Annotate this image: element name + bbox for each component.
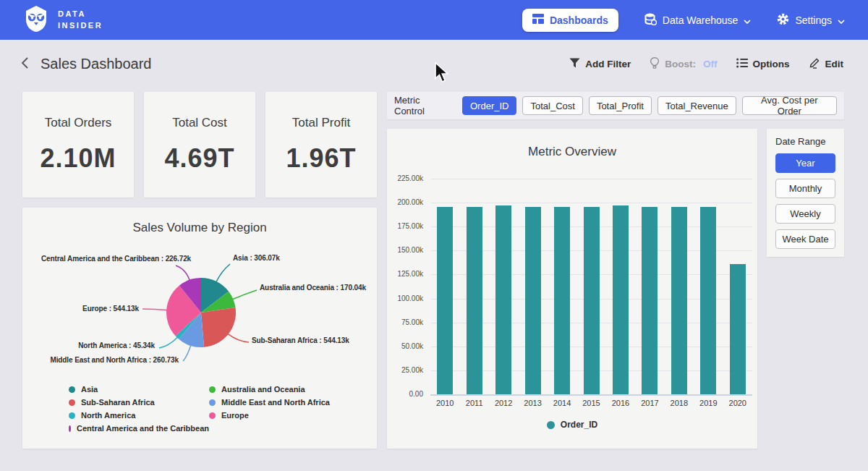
- nav-settings-label: Settings: [795, 14, 832, 26]
- x-tick-label: 2012: [489, 399, 518, 407]
- metric-chip-total-profit[interactable]: Total_Profit: [589, 96, 652, 115]
- back-button[interactable]: [20, 56, 29, 72]
- date-range-buttons: YearMonthlyWeeklyWeek Date: [775, 153, 835, 249]
- bar-2014[interactable]: [554, 207, 570, 394]
- header-actions: Add Filter Boost: Off: [569, 57, 843, 71]
- metric-chips: Order_IDTotal_CostTotal_ProfitTotal_Reve…: [462, 96, 837, 115]
- bar-2018[interactable]: [671, 207, 687, 394]
- metric-chip-avg-cost-per-order[interactable]: Avg. Cost per Order: [742, 96, 837, 115]
- legend-label: Asia: [81, 385, 98, 394]
- add-filter-button[interactable]: Add Filter: [569, 58, 631, 70]
- date-range-monthly[interactable]: Monthly: [775, 179, 835, 198]
- legend-label: Order_ID: [561, 420, 597, 430]
- kpi-card-total-profit: Total Profit1.96T: [265, 92, 377, 198]
- pie-leader-line: [159, 337, 178, 348]
- metric-chip-total-revenue[interactable]: Total_Revenue: [658, 96, 736, 115]
- x-tick-label: 2020: [723, 399, 752, 407]
- options-label: Options: [753, 59, 790, 69]
- pie-leader-line: [232, 290, 257, 300]
- legend-label: Sub-Saharan Africa: [81, 398, 155, 407]
- bar-2017[interactable]: [642, 207, 658, 394]
- legend-dot: [69, 386, 75, 393]
- x-tick-label: 2013: [519, 399, 548, 407]
- boost-toggle[interactable]: Boost: Off: [650, 57, 717, 71]
- bar-chart-legend: Order_ID: [387, 420, 757, 430]
- dashboard-header: Sales Dashboard Add Filter Boost: Off: [0, 40, 868, 88]
- logo[interactable]: DATA INSIDER: [22, 5, 103, 35]
- sales-volume-panel: Sales Volume by Region AsiaAustralia and…: [22, 208, 377, 449]
- nav-data-warehouse-button[interactable]: Data Warehouse: [644, 13, 752, 27]
- nav-data-warehouse-label: Data Warehouse: [663, 14, 739, 26]
- legend-dot: [69, 399, 75, 406]
- y-tick-label: 125.00k: [387, 270, 423, 278]
- y-tick-label: 100.00k: [387, 294, 423, 302]
- bar-2020[interactable]: [730, 264, 746, 394]
- legend-item-middle-east-and-north-africa[interactable]: Middle East and North Africa: [209, 398, 330, 407]
- pie-leader-line: [216, 264, 230, 282]
- pie-label-central-america-and-the-caribbean: Central America and the Caribbean : 226.…: [41, 255, 191, 263]
- bar-2015[interactable]: [584, 207, 600, 394]
- bar-2013[interactable]: [525, 207, 541, 394]
- date-range-weekly[interactable]: Weekly: [775, 204, 835, 224]
- legend-label: Europe: [221, 411, 249, 420]
- boost-value: Off: [703, 59, 718, 69]
- legend-item-north-america[interactable]: North America: [69, 411, 209, 420]
- bar-2011[interactable]: [467, 207, 482, 394]
- nav-settings-button[interactable]: Settings: [777, 13, 845, 27]
- metric-chip-order-id[interactable]: Order_ID: [462, 96, 516, 115]
- legend-label: Central America and the Caribbean: [77, 424, 209, 433]
- bar-2010[interactable]: [437, 207, 453, 394]
- page-title: Sales Dashboard: [41, 56, 151, 72]
- nav-dashboards-label: Dashboards: [550, 14, 608, 26]
- logo-text-line2: INSIDER: [58, 20, 103, 32]
- edit-button[interactable]: Edit: [809, 57, 844, 71]
- x-axis-line: [430, 394, 752, 396]
- pie-label-australia-and-oceania: Australia and Oceania : 170.04k: [260, 284, 366, 292]
- add-filter-label: Add Filter: [585, 59, 631, 69]
- x-tick-label: 2017: [635, 399, 664, 407]
- pie-leader-line: [183, 345, 191, 361]
- options-button[interactable]: Options: [736, 58, 790, 70]
- x-tick-label: 2015: [577, 399, 606, 407]
- pie-label-middle-east-and-north-africa: Middle East and North Africa : 260.73k: [50, 356, 179, 364]
- kpi-value: 4.69T: [164, 143, 234, 174]
- bar-2016[interactable]: [613, 205, 629, 394]
- x-tick-label: 2016: [606, 399, 635, 407]
- metric-chip-total-cost[interactable]: Total_Cost: [522, 96, 582, 115]
- pie-chart-legend: AsiaAustralia and OceaniaSub-Saharan Afr…: [69, 385, 330, 433]
- bar-2019[interactable]: [700, 207, 716, 394]
- x-tick-label: 2010: [430, 399, 459, 407]
- pie-slice-sub-saharan-africa[interactable]: [201, 307, 236, 347]
- kpi-label: Total Cost: [172, 116, 227, 130]
- legend-item-europe[interactable]: Europe: [209, 411, 330, 420]
- x-tick-label: 2019: [694, 399, 723, 407]
- pie-leader-line: [142, 309, 167, 310]
- legend-dot: [547, 421, 555, 429]
- nav-dashboards-button[interactable]: Dashboards: [522, 9, 618, 32]
- y-tick-label: 175.00k: [387, 222, 423, 230]
- kpi-value: 1.96T: [286, 143, 356, 174]
- pie-label-europe: Europe : 544.13k: [82, 305, 139, 313]
- chevron-down-icon: [838, 14, 845, 26]
- boost-label: Boost:: [665, 59, 696, 69]
- legend-item-australia-and-oceania[interactable]: Australia and Oceania: [209, 385, 330, 394]
- legend-label: Middle East and North Africa: [221, 398, 330, 407]
- y-tick-label: 0.00: [387, 390, 423, 398]
- bar-2012[interactable]: [495, 205, 511, 394]
- gridline: [430, 179, 752, 179]
- kpi-card-total-cost: Total Cost4.69T: [144, 92, 255, 198]
- date-range-year[interactable]: Year: [775, 153, 835, 173]
- x-tick-label: 2011: [460, 399, 489, 407]
- kpi-label: Total Orders: [45, 116, 112, 130]
- gridline: [430, 203, 752, 203]
- legend-item-sub-saharan-africa[interactable]: Sub-Saharan Africa: [69, 398, 209, 407]
- pie-label-asia: Asia : 306.07k: [233, 254, 280, 262]
- legend-item-central-america-and-the-caribbean[interactable]: Central America and the Caribbean: [69, 424, 209, 433]
- gear-icon: [777, 13, 789, 27]
- metric-control-label: Metric Control: [394, 95, 452, 116]
- legend-item-asia[interactable]: Asia: [69, 385, 209, 394]
- date-range-week-date[interactable]: Week Date: [775, 229, 835, 249]
- kpi-value: 2.10M: [40, 143, 116, 174]
- sales-dashboard-page: DATA INSIDER Dashboards: [0, 0, 868, 471]
- legend-dot: [69, 425, 71, 432]
